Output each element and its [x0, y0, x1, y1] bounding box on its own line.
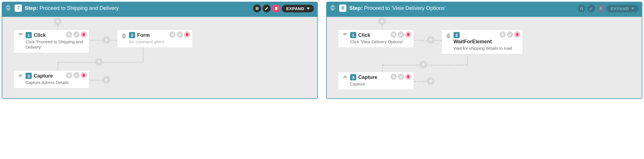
add-action-button[interactable]: + — [102, 36, 110, 44]
action-description: Wait for shipping details to load — [453, 46, 520, 51]
svg-rect-3 — [69, 33, 70, 36]
action-name: Capture — [34, 73, 53, 79]
card-actions — [169, 31, 190, 38]
edit-button[interactable] — [263, 4, 271, 12]
step-name: Proceed to 'View Delivery Options' — [364, 5, 446, 11]
delete-button[interactable] — [81, 72, 87, 78]
card-reorder[interactable] — [341, 32, 349, 36]
pencil-icon — [74, 33, 78, 37]
connector-line — [414, 81, 427, 82]
delete-button[interactable] — [405, 31, 411, 38]
card-reorder[interactable] — [17, 32, 24, 36]
trash-icon — [274, 6, 278, 10]
add-action-button[interactable]: + — [54, 17, 62, 25]
action-number-badge: 2 — [453, 32, 460, 38]
delete-button[interactable] — [272, 4, 280, 12]
delete-button[interactable] — [184, 31, 190, 38]
card-actions — [391, 74, 411, 80]
action-description: Click 'View Delivery Options' — [350, 39, 411, 45]
action-card[interactable]: 3 Capture Capture — [338, 72, 414, 90]
panel-header: 8 Step: Proceed to 'View Delivery Option… — [327, 2, 642, 17]
add-action-button[interactable]: + — [427, 77, 435, 85]
expand-button[interactable]: EXPAND — [606, 5, 638, 12]
card-reorder[interactable] — [17, 73, 24, 76]
delete-button[interactable] — [405, 74, 411, 80]
svg-rect-10 — [393, 33, 394, 36]
card-reorder[interactable] — [341, 74, 349, 78]
pause-icon — [501, 33, 505, 37]
reorder-handle[interactable] — [328, 4, 337, 11]
card-actions — [391, 31, 411, 38]
header-actions: EXPAND — [578, 4, 638, 12]
trash-icon — [599, 6, 603, 10]
chevron-down-icon — [121, 36, 126, 39]
edit-button[interactable] — [177, 31, 183, 38]
step-title: Step: Proceed to Shipping and Delivery — [25, 4, 253, 12]
step-number-badge: 7 — [15, 4, 22, 12]
svg-rect-1 — [257, 7, 258, 10]
action-card[interactable]: 2 WaitForElement Wait for shipping detai… — [441, 29, 523, 54]
pause-button[interactable] — [391, 31, 397, 38]
step-panel: 7 Step: Proceed to Shipping and Delivery… — [2, 2, 318, 99]
pencil-icon — [399, 33, 403, 37]
pause-button[interactable] — [500, 31, 506, 38]
step-label: Step: — [25, 5, 38, 11]
trash-icon — [82, 73, 86, 77]
reorder-handle[interactable] — [3, 4, 13, 11]
pause-button[interactable] — [66, 31, 72, 38]
pencil-icon — [508, 33, 512, 37]
action-card[interactable]: 1 Click Click 'Proceed to Shipping and D… — [13, 29, 89, 53]
pause-icon — [392, 33, 396, 37]
card-actions — [66, 31, 87, 38]
card-reorder[interactable] — [445, 32, 452, 39]
delete-button[interactable] — [81, 31, 87, 38]
edit-button[interactable] — [73, 72, 80, 78]
step-name: Proceed to Shipping and Delivery — [40, 5, 119, 11]
pencil-icon — [265, 6, 269, 10]
delete-button[interactable] — [597, 4, 605, 12]
add-action-button[interactable]: + — [427, 36, 435, 44]
card-actions — [66, 72, 87, 78]
edit-button[interactable] — [73, 31, 80, 38]
chevron-up-icon — [121, 33, 126, 36]
pause-button[interactable] — [66, 72, 72, 78]
add-action-button[interactable]: + — [95, 58, 103, 66]
action-card[interactable]: 2 Form No comment given. — [117, 29, 193, 48]
pause-button[interactable] — [391, 74, 397, 80]
edit-button[interactable] — [398, 31, 404, 38]
panel-body: + + + + 1 Click Click 'View Delivery Opt… — [327, 17, 642, 98]
action-description: Capture Adress Details — [26, 80, 86, 85]
svg-rect-7 — [69, 74, 70, 77]
delete-button[interactable] — [514, 31, 520, 38]
expand-label: EXPAND — [286, 6, 304, 11]
action-name: WaitForElement — [453, 39, 520, 45]
connector-line — [382, 65, 383, 72]
panel-body: + + + + 1 Click Click 'Proceed to Shippi… — [2, 17, 317, 98]
svg-rect-15 — [394, 76, 395, 78]
edit-button[interactable] — [587, 4, 595, 12]
pause-button[interactable] — [253, 4, 261, 12]
edit-button[interactable] — [398, 74, 404, 80]
pause-button[interactable] — [578, 4, 586, 12]
edit-button[interactable] — [507, 31, 513, 38]
action-description: Click 'Proceed to Shipping and Delivery' — [26, 39, 86, 50]
add-action-button[interactable]: + — [102, 76, 110, 84]
trash-icon — [406, 75, 410, 79]
action-card[interactable]: 3 Capture Capture Adress Details — [13, 70, 89, 88]
action-card[interactable]: 1 Click Click 'View Delivery Options' — [338, 29, 414, 48]
action-number-badge: 3 — [26, 73, 32, 79]
connector-line — [435, 40, 441, 41]
add-action-button[interactable]: + — [378, 17, 386, 25]
expand-button[interactable]: EXPAND — [282, 5, 314, 12]
add-action-button[interactable]: + — [419, 61, 427, 69]
trash-icon — [82, 33, 86, 37]
connector-line — [467, 53, 468, 65]
action-number-badge: 1 — [350, 32, 356, 38]
card-reorder[interactable] — [120, 32, 128, 39]
action-name: Form — [137, 32, 150, 38]
connector-line — [58, 62, 58, 70]
move-down-icon — [330, 8, 335, 11]
pause-button[interactable] — [169, 31, 176, 38]
svg-rect-13 — [503, 33, 504, 36]
svg-rect-8 — [580, 7, 581, 10]
